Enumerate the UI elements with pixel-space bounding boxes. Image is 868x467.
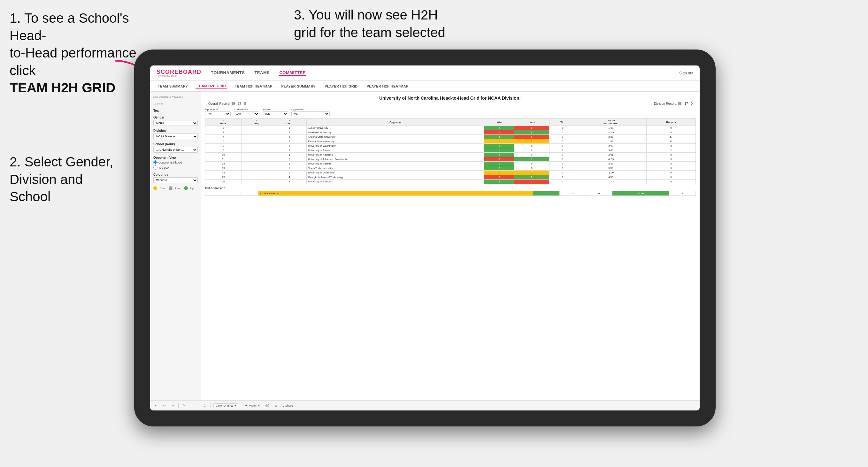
col-win: Win [484,119,514,126]
logo-sub: Powered by clippi [157,75,201,77]
cell-tie: 0 [549,144,575,148]
cell-conf: 2 [272,144,307,148]
cell-rounds: 3 [646,144,695,148]
cell-reg [242,130,272,135]
legend-down-dot [153,186,157,190]
share-button[interactable]: ⤴ Share [281,403,295,408]
cell-win: 0 [484,175,514,180]
cell-rank: 13 [206,166,242,170]
tablet-device: SCOREBOARD Powered by clippi TOURNAMENTS… [134,50,716,427]
nav-tournaments[interactable]: TOURNAMENTS [211,70,245,76]
col-rank: #Rank [206,119,242,126]
legend-level-dot [169,186,173,190]
watch-button[interactable]: 👁 Watch ▾ [244,403,261,408]
cell-rank: 3 [206,130,242,135]
cell-loss: 2 [514,139,550,144]
radio-opponents-played[interactable]: Opponents Played [153,160,198,164]
subnav-player-summary[interactable]: PLAYER SUMMARY [280,84,317,89]
cell-diff: 2.33 [576,162,647,166]
clock-button[interactable]: ⏱ [202,403,208,408]
opponents-label: Opponents: [205,108,231,111]
cell-win: 0 [484,157,514,162]
opponent-select[interactable]: (All) [291,112,330,116]
copy-button[interactable]: ⧉ [181,403,186,408]
cell-win: 1 [484,162,514,166]
col-loss: Loss [514,119,550,126]
cell-loss: 1 [514,180,550,184]
cell-loss: 5 [514,175,550,180]
cell-win: 2 [484,126,514,130]
cell-rounds: 3 [646,157,695,162]
ann2-text3: School [9,189,51,204]
subnav-team-h2h-grid[interactable]: TEAM H2H GRID [195,83,227,89]
cell-opponent: Florida State University [307,139,484,144]
cell-loss: 0 [514,162,550,166]
division-section: Division NCAA Division I [153,129,198,139]
logo: SCOREBOARD Powered by clippi [157,69,201,77]
cell-rounds: 9 [646,170,695,175]
opponents-select[interactable]: (All) [205,112,231,116]
div-win: 1 [533,191,559,196]
division-label: Division [153,129,198,132]
opponent-radio-group: Opponents Played Top 100 [153,160,198,169]
ann2-text2: Division and [9,172,83,187]
table-row: 12 3 University of Virginia 1 0 0 2.33 3 [206,162,696,166]
cell-rounds: 17 [646,135,695,139]
opponent-filter: Opponent (All) [291,108,330,116]
view-selector[interactable]: View: Original ▾ [213,403,238,408]
cell-tie: 0 [549,126,575,130]
subnav-team-summary[interactable]: TEAM SUMMARY [157,84,189,89]
opponent-view-section: Opponent View Opponents Played Top 100 [153,156,198,169]
conference-select[interactable]: (All) [234,112,259,116]
cell-opponent: Vanderbilt University [307,130,484,135]
gender-section: Gender Men's [153,116,198,126]
col-conf: #Conf [272,119,307,126]
toolbar-action[interactable]: ⋯ · [189,403,196,408]
subnav-team-h2h-heatmap[interactable]: TEAM H2H HEATMAP [234,84,274,89]
colour-select[interactable]: Win/loss [153,177,198,183]
team-section: Team [153,109,198,113]
nav-teams[interactable]: TEAMS [254,70,270,76]
radio-top100[interactable]: Top 100 [153,165,198,169]
subnav-player-h2h-grid[interactable]: PLAYER H2H GRID [323,84,359,89]
division-select[interactable]: NCAA Division I [153,133,198,139]
sign-out[interactable]: Sign out [674,71,693,75]
cell-loss: 1 [514,135,550,139]
cell-diff: 2.29 [576,135,647,139]
cell-tie: 0 [549,166,575,170]
table-row: 9 3 University of Arizona 1 0 0 9.00 2 [206,148,696,153]
sidebar: Last Updated: 27/03/2024 16:55:38 Team G… [150,92,201,400]
nav-committee[interactable]: COMMITTEE [279,70,306,76]
separator2 [199,403,199,408]
undo-button[interactable]: ↩ [153,403,159,408]
cell-opponent: Texas Tech University [307,166,484,170]
cell-tie: 0 [549,175,575,180]
cell-diff: 5.56 [576,166,647,170]
conference-label: Conference [234,108,259,111]
col-tie: Tie [549,119,575,126]
cell-tie: 0 [549,135,575,139]
cell-reg [242,170,272,175]
cell-win: 1 [484,170,514,175]
table-row: 3 2 Vanderbilt University 0 4 0 -2.29 8 [206,130,696,135]
redo-button[interactable]: ↪ [162,403,167,408]
cell-conf: 6 [272,157,307,162]
cell-loss: 1 [514,126,550,130]
div-rounds: 3 [669,191,696,196]
layout-button[interactable]: ⊞ [273,403,279,408]
cell-diff: -1.00 [576,170,647,175]
gender-select[interactable]: Men's [153,120,198,126]
school-select[interactable]: 1. University of Nort... [153,147,198,153]
navbar: SCOREBOARD Powered by clippi TOURNAMENTS… [150,65,700,81]
ann2-text1: 2. Select Gender, [9,154,114,169]
cell-rank: 15 [206,175,242,180]
region-select[interactable]: (All) [262,112,288,116]
subnav-player-h2h-heatmap[interactable]: PLAYER H2H HEATMAP [366,84,410,89]
cell-opponent: Auburn University [307,126,484,130]
comment-button[interactable]: 💬 [264,403,271,408]
cell-opponent: University of Virginia [307,162,484,166]
ann1-text1: 1. To see a School's Head- [9,10,129,43]
toolbar-btn3[interactable]: ↩ [170,403,176,408]
cell-conf: 1 [272,135,307,139]
cell-diff: 2.61 [576,153,647,157]
